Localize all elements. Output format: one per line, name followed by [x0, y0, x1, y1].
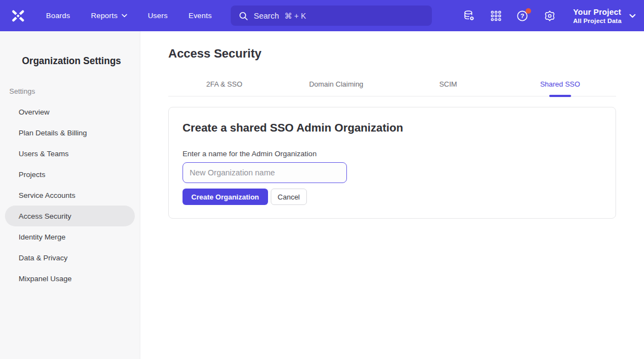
search-shortcut-hint: ⌘ + K — [284, 12, 306, 20]
sidebar-item-access-security[interactable]: Access Security — [5, 206, 135, 226]
nav-item-label: Users — [148, 12, 168, 20]
top-navigation-bar: Boards Reports Users Events Search ⌘ + K — [0, 0, 644, 31]
cancel-button[interactable]: Cancel — [271, 189, 307, 205]
apps-grid-icon[interactable] — [489, 9, 503, 23]
nav-item-label: Reports — [91, 12, 118, 20]
sidebar-item-label: Service Accounts — [19, 191, 76, 200]
sidebar-item-identity-merge[interactable]: Identity Merge — [5, 226, 135, 247]
tab-label: Shared SSO — [540, 80, 580, 88]
nav-item-users[interactable]: Users — [148, 12, 168, 20]
create-shared-sso-card: Create a shared SSO Admin Organization E… — [168, 107, 616, 219]
project-data-scope: All Project Data — [573, 18, 622, 24]
nav-item-reports[interactable]: Reports — [91, 12, 127, 20]
card-title: Create a shared SSO Admin Organization — [183, 121, 602, 135]
nav-item-label: Events — [189, 12, 212, 20]
sidebar-item-projects[interactable]: Projects — [5, 164, 135, 185]
project-info: Your Project All Project Data — [573, 8, 622, 24]
sidebar-item-label: Overview — [19, 108, 49, 116]
help-icon[interactable]: ? — [516, 9, 530, 23]
settings-sidebar: Organization Settings Settings Overview … — [0, 31, 140, 359]
tab-2fa-sso[interactable]: 2FA & SSO — [168, 80, 280, 96]
tab-scim[interactable]: SCIM — [392, 80, 504, 96]
nav-item-events[interactable]: Events — [189, 12, 212, 20]
tab-shared-sso[interactable]: Shared SSO — [504, 80, 616, 96]
sidebar-item-mixpanel-usage[interactable]: Mixpanel Usage — [5, 268, 135, 289]
sidebar-item-list: Overview Plan Details & Billing Users & … — [0, 101, 140, 289]
search-icon — [238, 11, 248, 21]
notification-dot — [526, 8, 531, 14]
page-title: Access Security — [168, 46, 616, 61]
sidebar-section-label: Settings — [9, 87, 140, 96]
project-name: Your Project — [573, 8, 622, 16]
sidebar-item-users-teams[interactable]: Users & Teams — [5, 143, 135, 164]
sidebar-item-label: Plan Details & Billing — [19, 129, 87, 137]
data-management-icon[interactable] — [462, 9, 476, 23]
access-security-tabs: 2FA & SSO Domain Claiming SCIM Shared SS… — [168, 80, 616, 96]
sidebar-item-plan-details-billing[interactable]: Plan Details & Billing — [5, 122, 135, 143]
sidebar-item-service-accounts[interactable]: Service Accounts — [5, 185, 135, 206]
nav-right-controls: ? Your Project All Project Data — [462, 8, 636, 24]
sidebar-item-label: Projects — [19, 170, 45, 179]
chevron-down-icon — [122, 14, 127, 18]
sidebar-item-label: Users & Teams — [19, 150, 69, 158]
sidebar-item-label: Identity Merge — [19, 233, 66, 241]
sidebar-item-label: Data & Privacy — [19, 254, 67, 262]
tab-label: Domain Claiming — [309, 80, 363, 88]
card-actions: Create Organization Cancel — [183, 189, 602, 205]
search-placeholder: Search — [254, 12, 279, 20]
chevron-down-icon — [629, 14, 636, 18]
nav-item-boards[interactable]: Boards — [46, 12, 70, 20]
nav-item-label: Boards — [46, 12, 70, 20]
org-name-field-label: Enter a name for the Admin Organization — [183, 149, 602, 158]
sidebar-item-data-privacy[interactable]: Data & Privacy — [5, 247, 135, 268]
gear-icon[interactable] — [543, 9, 557, 23]
org-name-input[interactable] — [183, 162, 347, 183]
sidebar-item-label: Mixpanel Usage — [19, 275, 72, 283]
project-switcher[interactable]: Your Project All Project Data — [573, 8, 636, 24]
tab-domain-claiming[interactable]: Domain Claiming — [280, 80, 392, 96]
svg-text:?: ? — [521, 13, 525, 19]
sidebar-item-label: Access Security — [19, 212, 71, 220]
search-input[interactable]: Search ⌘ + K — [231, 5, 432, 26]
primary-nav-links: Boards Reports Users Events — [46, 12, 212, 20]
tab-label: SCIM — [439, 80, 457, 88]
mixpanel-logo[interactable] — [10, 8, 25, 23]
create-organization-button[interactable]: Create Organization — [183, 189, 268, 205]
sidebar-item-overview[interactable]: Overview — [5, 101, 135, 122]
sidebar-title: Organization Settings — [0, 31, 140, 67]
tab-label: 2FA & SSO — [206, 80, 242, 88]
main-content: Access Security 2FA & SSO Domain Claimin… — [140, 31, 644, 219]
